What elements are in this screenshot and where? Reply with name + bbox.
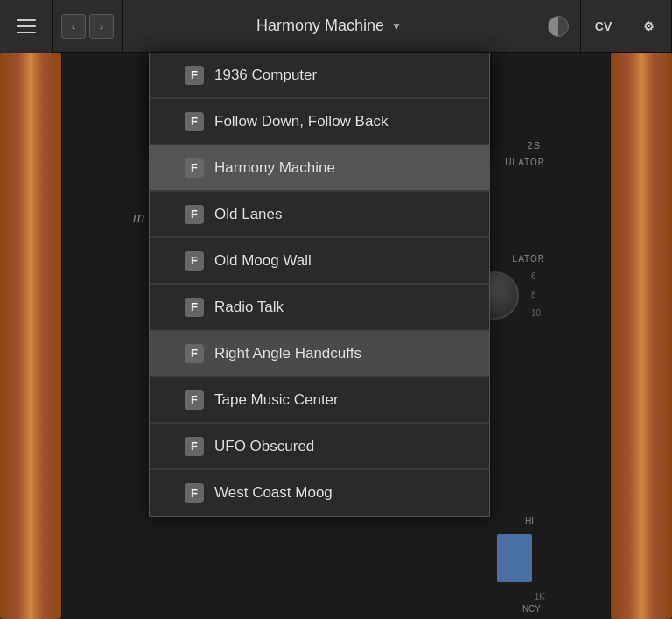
panel-label-ulator: ULATOR xyxy=(505,158,545,167)
item-label: Tape Music Center xyxy=(214,391,339,409)
dropdown-item-old-lanes[interactable]: FOld Lanes xyxy=(150,192,489,237)
item-label: 1936 Computer xyxy=(214,67,317,84)
settings-button[interactable]: ⚙ xyxy=(626,0,672,53)
f-badge-icon: F xyxy=(185,251,204,271)
item-label: West Coast Moog xyxy=(214,484,332,502)
halfcircle-icon xyxy=(548,16,569,37)
panel-label-m: m xyxy=(133,210,144,226)
dropdown-item-right-angle-handcuffs[interactable]: FRight Angle Handcuffs xyxy=(150,331,489,376)
f-badge-icon: F xyxy=(185,298,204,317)
f-badge-icon: F xyxy=(185,158,204,178)
preset-name: Harmony Machine xyxy=(256,17,384,35)
item-label: Follow Down, Follow Back xyxy=(214,113,388,130)
gear-icon: ⚙ xyxy=(643,19,654,33)
dropdown-item-radio-talk[interactable]: FRadio Talk xyxy=(150,285,489,330)
halfcircle-button[interactable] xyxy=(536,0,581,53)
f-badge-icon: F xyxy=(185,66,204,85)
panel-label-1k: 1K xyxy=(535,592,545,601)
hamburger-icon xyxy=(17,19,36,33)
toolbar-right: CV ⚙ xyxy=(535,0,672,53)
item-label: Old Moog Wall xyxy=(214,252,312,270)
f-badge-icon: F xyxy=(185,112,204,131)
prev-button[interactable]: ‹ xyxy=(61,14,86,39)
f-badge-icon: F xyxy=(185,483,204,503)
wood-panel-left xyxy=(0,53,61,619)
item-label: Old Lanes xyxy=(214,206,283,223)
dropdown-item-follow-down[interactable]: FFollow Down, Follow Back xyxy=(150,99,489,144)
f-badge-icon: F xyxy=(185,437,204,456)
wood-panel-right xyxy=(611,53,672,619)
panel-label-lator: LATOR xyxy=(513,254,545,264)
toolbar-nav: ‹ › xyxy=(52,0,123,53)
dropdown-item-tape-music-center[interactable]: FTape Music Center xyxy=(150,377,489,423)
dropdown-item-ufo-obscured[interactable]: FUFO Obscured xyxy=(150,424,489,469)
f-badge-icon: F xyxy=(185,390,204,410)
dropdown-item-1936-computer[interactable]: F1936 Computer xyxy=(150,53,489,98)
item-label: Radio Talk xyxy=(214,299,284,316)
dropdown-item-harmony-machine[interactable]: FHarmony Machine xyxy=(150,145,489,191)
panel-label-ncy: NCY xyxy=(522,604,541,614)
panel-label-2s: 2S xyxy=(528,140,541,151)
f-badge-icon: F xyxy=(185,205,204,224)
cv-button[interactable]: CV xyxy=(581,0,626,53)
f-badge-icon: F xyxy=(185,344,204,363)
item-label: UFO Obscured xyxy=(214,438,314,455)
menu-button[interactable] xyxy=(0,0,52,53)
panel-label-hi: HI xyxy=(525,517,534,526)
item-label: Right Angle Handcuffs xyxy=(214,345,361,362)
dropdown-arrow-icon: ▼ xyxy=(391,20,402,32)
preset-selector[interactable]: Harmony Machine ▼ xyxy=(123,0,535,53)
blue-indicator xyxy=(497,534,532,582)
knob-numbers: 6 8 10 xyxy=(531,271,541,318)
dropdown-item-old-moog-wall[interactable]: FOld Moog Wall xyxy=(150,238,489,284)
next-button[interactable]: › xyxy=(89,14,114,39)
toolbar: ‹ › Harmony Machine ▼ CV ⚙ xyxy=(0,0,672,53)
dropdown-item-west-coast-moog[interactable]: FWest Coast Moog xyxy=(150,470,489,516)
item-label: Harmony Machine xyxy=(214,159,335,177)
